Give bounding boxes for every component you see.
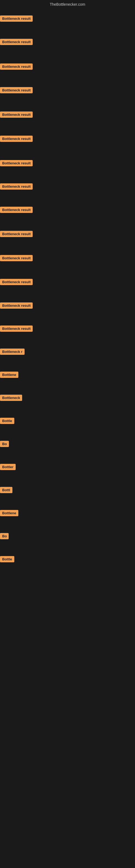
badge-container-2: Bottleneck result	[0, 39, 33, 46]
bottleneck-result-badge-22[interactable]: Bottlene	[0, 510, 18, 516]
badge-container-14: Bottleneck result	[0, 326, 33, 333]
badge-container-16: Bottlene	[0, 372, 18, 379]
badge-container-8: Bottleneck result	[0, 183, 33, 191]
bottleneck-result-badge-7[interactable]: Bottleneck result	[0, 160, 33, 166]
bottleneck-result-badge-18[interactable]: Bottle	[0, 418, 14, 424]
bottleneck-result-badge-3[interactable]: Bottleneck result	[0, 63, 33, 70]
badge-container-7: Bottleneck result	[0, 160, 33, 167]
badge-container-21: Bottl	[0, 487, 12, 494]
badge-container-19: Bo	[0, 441, 9, 448]
badge-container-22: Bottlene	[0, 510, 18, 517]
bottleneck-result-badge-20[interactable]: Bottler	[0, 464, 16, 470]
bottleneck-result-badge-1[interactable]: Bottleneck result	[0, 16, 33, 22]
badge-container-4: Bottleneck result	[0, 87, 33, 94]
badge-container-17: Bottleneck	[0, 395, 22, 402]
bottleneck-result-badge-24[interactable]: Bottle	[0, 556, 14, 562]
bottleneck-result-badge-14[interactable]: Bottleneck result	[0, 326, 33, 332]
bottleneck-result-badge-12[interactable]: Bottleneck result	[0, 279, 33, 285]
badge-container-23: Bo	[0, 533, 9, 540]
badge-container-1: Bottleneck result	[0, 16, 33, 23]
bottleneck-result-badge-9[interactable]: Bottleneck result	[0, 207, 33, 213]
bottleneck-result-badge-15[interactable]: Bottleneck r	[0, 348, 25, 355]
bottleneck-result-badge-23[interactable]: Bo	[0, 533, 9, 539]
bottleneck-result-badge-21[interactable]: Bottl	[0, 487, 12, 493]
badge-container-12: Bottleneck result	[0, 279, 33, 286]
bottleneck-result-badge-8[interactable]: Bottleneck result	[0, 183, 33, 190]
bottleneck-result-badge-19[interactable]: Bo	[0, 441, 9, 447]
bottleneck-result-badge-11[interactable]: Bottleneck result	[0, 255, 33, 261]
badge-container-15: Bottleneck r	[0, 348, 25, 356]
badge-container-13: Bottleneck result	[0, 303, 33, 310]
badge-container-18: Bottle	[0, 418, 14, 425]
bottleneck-result-badge-10[interactable]: Bottleneck result	[0, 231, 33, 237]
badge-container-3: Bottleneck result	[0, 63, 33, 71]
badge-container-11: Bottleneck result	[0, 255, 33, 262]
bottleneck-result-badge-6[interactable]: Bottleneck result	[0, 135, 33, 142]
badge-container-24: Bottle	[0, 556, 14, 563]
badge-container-5: Bottleneck result	[0, 112, 33, 119]
badge-container-20: Bottler	[0, 464, 16, 471]
badge-container-10: Bottleneck result	[0, 231, 33, 238]
badge-container-9: Bottleneck result	[0, 207, 33, 214]
bottleneck-result-badge-17[interactable]: Bottleneck	[0, 395, 22, 401]
bottleneck-result-badge-13[interactable]: Bottleneck result	[0, 303, 33, 309]
bottleneck-result-badge-16[interactable]: Bottlene	[0, 372, 18, 378]
bottleneck-result-badge-2[interactable]: Bottleneck result	[0, 39, 33, 45]
bottleneck-result-badge-4[interactable]: Bottleneck result	[0, 87, 33, 93]
bottleneck-result-badge-5[interactable]: Bottleneck result	[0, 112, 33, 118]
site-title: TheBottlenecker.com	[0, 0, 135, 8]
badge-container-6: Bottleneck result	[0, 135, 33, 143]
